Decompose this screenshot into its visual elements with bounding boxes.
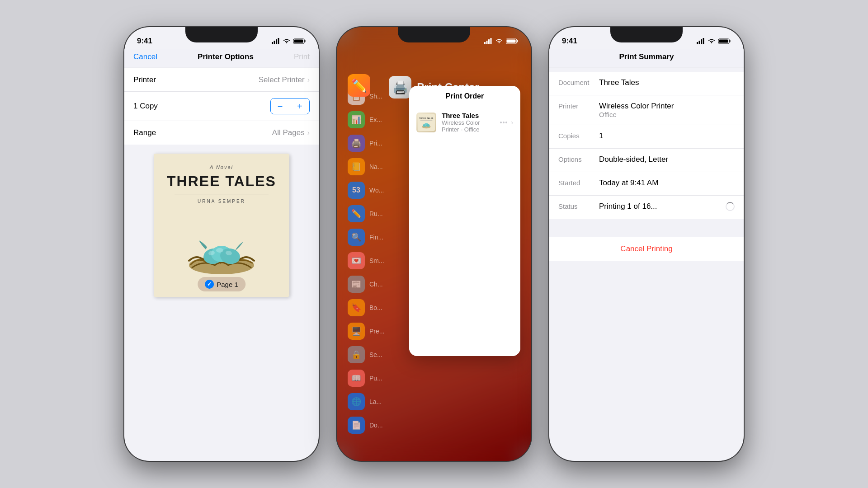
nav-title-1: Printer Options — [198, 52, 254, 61]
separator-mid — [549, 219, 744, 228]
wifi-icon — [283, 38, 291, 44]
app-row-do: 📄 Do... — [344, 414, 420, 436]
print-job-sub: Wireless Color Printer - Office — [442, 119, 495, 133]
page-check-icon — [205, 280, 214, 289]
started-value-3: Today at 9:41 AM — [599, 178, 735, 188]
app-icon-ex: 📊 — [348, 111, 365, 128]
battery-icon — [293, 38, 306, 44]
book-divider — [175, 194, 269, 194]
printer-chevron-icon: › — [307, 76, 310, 84]
svg-rect-3 — [278, 38, 279, 44]
copies-value-3: 1 — [599, 131, 735, 141]
app-row-na: 📒 Na... — [344, 155, 420, 178]
range-row[interactable]: Range All Pages › — [124, 121, 319, 145]
wifi-icon-2 — [495, 38, 503, 44]
pages-app-icon: ✏️ — [348, 74, 370, 97]
signal-icon-2 — [484, 38, 492, 44]
svg-rect-30 — [701, 39, 702, 44]
wifi-icon-3 — [708, 38, 716, 44]
status-icons-2 — [484, 38, 519, 44]
doc-value: Three Tales — [599, 78, 735, 87]
print-order-card[interactable]: Print Order THREE TALES Three T — [409, 86, 520, 356]
svg-rect-19 — [517, 40, 518, 42]
app-icon-pu: 📖 — [348, 370, 365, 387]
book-author: URNA SEMPER — [198, 199, 245, 204]
svg-rect-31 — [703, 38, 704, 44]
book-subtitle: A Novel — [210, 164, 233, 170]
app-row-se: 🔒 Se... — [344, 343, 420, 366]
status-time-1: 9:41 — [137, 37, 152, 46]
svg-rect-14 — [484, 42, 486, 44]
status-value-3: Printing 1 of 16... — [599, 202, 722, 211]
status-icons-3 — [697, 38, 731, 44]
phone-printer-options: 9:41 — [124, 27, 319, 461]
battery-icon-3 — [718, 38, 731, 44]
printer-label-3: Printer — [558, 102, 599, 110]
book-preview: A Novel THREE TALES URNA SEMPER — [154, 154, 289, 297]
signal-icon-3 — [697, 38, 705, 44]
svg-rect-20 — [507, 40, 516, 43]
range-chevron-icon: › — [307, 129, 310, 137]
app-icon-wo: 53 — [348, 182, 365, 199]
decrement-button[interactable]: − — [271, 99, 290, 114]
job-chevron-icon: › — [511, 119, 513, 126]
increment-button[interactable]: + — [290, 99, 309, 114]
print-job-info: Three Tales Wireless Color Printer - Off… — [442, 112, 495, 133]
range-value: All Pages — [179, 128, 305, 137]
loading-spinner — [726, 202, 735, 211]
cancel-button-1[interactable]: Cancel — [133, 52, 157, 61]
summary-row-status: Status Printing 1 of 16... — [549, 196, 744, 219]
options-label-3: Options — [558, 155, 599, 163]
app-row-sm: 💌 Sm... — [344, 249, 420, 272]
summary-row-document: Document Three Tales — [549, 72, 744, 95]
status-label-3: Status — [558, 202, 599, 210]
copies-label: 1 Copy — [133, 102, 179, 111]
svg-rect-34 — [719, 40, 728, 43]
printer-options-panel: Printer Select Printer › 1 Copy − + — [124, 68, 319, 297]
printer-value: Select Printer — [179, 75, 305, 84]
printer-row[interactable]: Printer Select Printer › — [124, 68, 319, 92]
summary-nav-title: Print Summary — [619, 52, 674, 61]
svg-rect-1 — [274, 41, 275, 44]
app-icon-bo: 🔖 — [348, 299, 365, 316]
svg-rect-29 — [699, 41, 700, 44]
nav-bar-1: Cancel Printer Options Print — [124, 49, 319, 67]
app-row-pr: 🖨️ Pri... — [344, 132, 420, 155]
status-value-group: Printing 1 of 16... — [599, 202, 735, 211]
app-row-pu: 📖 Pu... — [344, 367, 420, 389]
print-job-thumb: THREE TALES — [416, 113, 436, 132]
svg-rect-17 — [491, 38, 492, 44]
printer-value-group: Wireless Color Printer Office — [599, 102, 674, 118]
app-icon-pre: 🖥️ — [348, 323, 365, 340]
status-icons-1 — [272, 38, 306, 44]
app-row-ch: 📰 Ch... — [344, 273, 420, 296]
cancel-printing-button[interactable]: Cancel Printing — [620, 244, 672, 253]
copy-stepper[interactable]: − + — [270, 98, 310, 114]
notch-3 — [610, 27, 683, 42]
app-icon-la: 🌐 — [348, 393, 365, 410]
started-label-3: Started — [558, 178, 599, 187]
copies-label-3: Copies — [558, 131, 599, 140]
print-button-1[interactable]: Print — [294, 52, 310, 61]
app-icon-sm: 💌 — [348, 252, 365, 269]
app-row-la: 🌐 La... — [344, 390, 420, 413]
print-job-row[interactable]: THREE TALES Three Tales Wireless Color P… — [409, 105, 520, 139]
app-row-ru: ✏️ Ru... — [344, 202, 420, 225]
printer-label: Printer — [133, 75, 179, 84]
svg-text:THREE TALES: THREE TALES — [419, 117, 433, 119]
printer-sub-3: Office — [599, 111, 674, 118]
app-icon-se: 🔒 — [348, 346, 365, 363]
phone-print-center: ✏️ 🖨️ Print Center 📋 Sh... 📊 Ex... 🖨️ Pr… — [337, 27, 531, 461]
summary-section: Document Three Tales Printer Wireless Co… — [549, 72, 744, 219]
app-icon-ch: 📰 — [348, 276, 365, 293]
svg-rect-16 — [488, 39, 490, 44]
summary-nav: Print Summary — [549, 49, 744, 67]
cancel-section: Cancel Printing — [549, 237, 744, 261]
app-row-wo: 53 Wo... — [344, 179, 420, 202]
svg-rect-0 — [272, 42, 273, 44]
app-row-pre: 🖥️ Pre... — [344, 320, 420, 343]
summary-row-copies: Copies 1 — [549, 125, 744, 149]
page-badge: Page 1 — [198, 277, 245, 291]
print-order-empty-space — [409, 139, 520, 356]
nest-illustration — [181, 211, 262, 279]
